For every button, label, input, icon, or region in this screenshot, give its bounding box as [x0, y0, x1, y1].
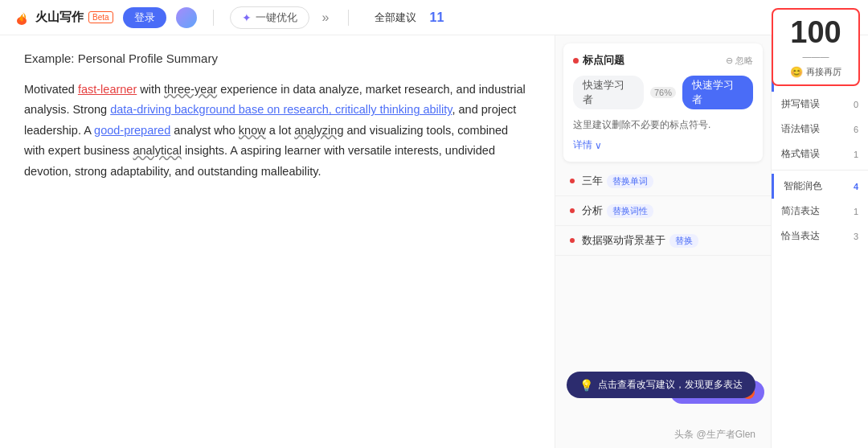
beta-badge: Beta — [88, 11, 113, 23]
word-suggested[interactable]: 快速学习者 — [682, 76, 753, 109]
right-item-count-2: 6 — [854, 125, 858, 134]
right-color-section[interactable]: 智能润色 4 — [772, 174, 868, 199]
suggestions-label: 全部建议 — [375, 10, 416, 25]
right-item-format[interactable]: 格式错误 1 — [772, 142, 868, 166]
card-detail[interactable]: 详情 ∨ — [573, 138, 753, 152]
divider — [213, 10, 214, 26]
doc-title: Example: Personal Profile Summary — [24, 51, 530, 65]
optimize-button[interactable]: ✦ 一键优化 — [230, 6, 309, 29]
suggestion-item-0: 三年 替换单词 — [555, 166, 771, 196]
item-text-1: 分析 — [582, 203, 603, 218]
doc-body: Motivated fast-learner with three-year e… — [24, 80, 530, 182]
score-action-label: 再接再厉 — [806, 66, 841, 78]
word-badge: 76% — [650, 87, 676, 98]
right-color-label-1: 恰当表达 — [781, 229, 820, 243]
optimize-label: 一键优化 — [256, 10, 297, 25]
card-note: 这里建议删除不必要的标点符号. — [573, 117, 753, 132]
logo-area: 火山写作 Beta — [13, 9, 113, 27]
right-item-spelling[interactable]: 拼写错误 0 — [772, 92, 868, 117]
right-item-label-1: 拼写错误 — [781, 97, 820, 111]
right-item-appropriate[interactable]: 恰当表达 3 — [772, 224, 868, 249]
highlight-good-prepared: good-prepared — [94, 124, 170, 137]
tooltip-popup: 💡 点击查看改写建议，发现更多表达 — [567, 372, 755, 398]
topbar: 火山写作 Beta 登录 ✦ 一键优化 » 全部建议 11 — [0, 0, 868, 35]
item-text-0: 三年 — [582, 174, 603, 188]
divider2 — [348, 10, 349, 26]
right-item-grammar[interactable]: 语法错误 6 — [772, 117, 868, 142]
editor-area: Example: Personal Profile Summary Motiva… — [0, 35, 555, 448]
color-section-label: 智能润色 — [784, 179, 822, 193]
avatar — [176, 7, 197, 28]
ignore-icon: ⊖ — [726, 55, 733, 66]
highlight-three-year: three-year — [164, 83, 217, 96]
dot-item-0 — [570, 179, 575, 183]
right-divider — [772, 170, 868, 171]
more-button[interactable]: » — [319, 10, 333, 25]
item-tag-2[interactable]: 替换 — [669, 234, 698, 248]
score-number: 100 — [783, 16, 849, 50]
suggestions-count: 11 — [429, 10, 444, 25]
right-item-label-3: 格式错误 — [781, 147, 820, 161]
highlight-analyzing: analyzing — [294, 124, 343, 137]
logo-icon — [13, 9, 31, 27]
star-icon: ✦ — [242, 11, 252, 24]
word-comparison: 快速学习者 76% 快速学习者 — [573, 76, 753, 109]
suggestion-item-1: 分析 替换词性 — [555, 196, 771, 226]
right-item-count-1: 0 — [854, 100, 858, 109]
score-box: 100 ——— 😊 再接再厉 — [772, 8, 860, 86]
item-tag-1[interactable]: 替换词性 — [607, 204, 653, 218]
highlight-data-driving: data-driving background base on research… — [110, 103, 452, 116]
highlight-fast-learner: fast-learner — [78, 83, 137, 96]
watermark: 头条 @生产者Glen — [674, 428, 755, 442]
logo-text: 火山写作 — [35, 10, 84, 25]
right-item-label-2: 语法错误 — [781, 122, 820, 136]
chevron-icon: ∨ — [595, 140, 602, 151]
item-tag-0[interactable]: 替换单词 — [607, 175, 653, 188]
main-layout: Example: Personal Profile Summary Motiva… — [0, 35, 868, 448]
bulb-icon: 💡 — [579, 379, 593, 392]
ignore-button[interactable]: ⊖ 忽略 — [726, 55, 753, 67]
detail-label: 详情 — [573, 138, 592, 152]
item-text-2: 数据驱动背景基于 — [582, 233, 665, 248]
card-title-row: 标点问题 — [573, 53, 624, 68]
score-action: 😊 再接再厉 — [783, 66, 849, 78]
card-header: 标点问题 ⊖ 忽略 — [573, 53, 753, 68]
right-color-count-1: 3 — [854, 232, 858, 241]
right-item-count-3: 1 — [854, 150, 858, 159]
tooltip-text: 点击查看改写建议，发现更多表达 — [598, 378, 743, 392]
card-title: 标点问题 — [583, 53, 624, 68]
right-panel: 全部建议 11 智能纠错 7 拼写错误 0 语法错误 6 格式错误 1 智能润色… — [772, 35, 868, 448]
highlight-analytical: analytical — [133, 144, 181, 157]
suggestion-item-2: 数据驱动背景基于 替换 — [555, 226, 771, 256]
word-original: 快速学习者 — [573, 76, 644, 109]
right-color-label-0: 简洁表达 — [781, 204, 820, 218]
login-button[interactable]: 登录 — [123, 7, 166, 28]
ignore-label: 忽略 — [735, 55, 753, 67]
highlight-know: know — [239, 124, 266, 137]
resume-icon: 😊 — [790, 66, 803, 78]
dot-red — [573, 58, 579, 64]
suggestion-card-punctuation: 标点问题 ⊖ 忽略 快速学习者 76% 快速学习者 这里建议删除不必要的标点符号… — [563, 43, 763, 162]
dot-item-2 — [570, 238, 575, 243]
dot-item-1 — [570, 208, 575, 213]
right-item-concise[interactable]: 简洁表达 1 — [772, 199, 868, 224]
suggestion-panel: 标点问题 ⊖ 忽略 快速学习者 76% 快速学习者 这里建议删除不必要的标点符号… — [555, 35, 772, 448]
score-sub: ——— — [783, 51, 849, 61]
right-color-count-0: 1 — [854, 207, 858, 216]
color-section-count: 4 — [854, 182, 858, 191]
